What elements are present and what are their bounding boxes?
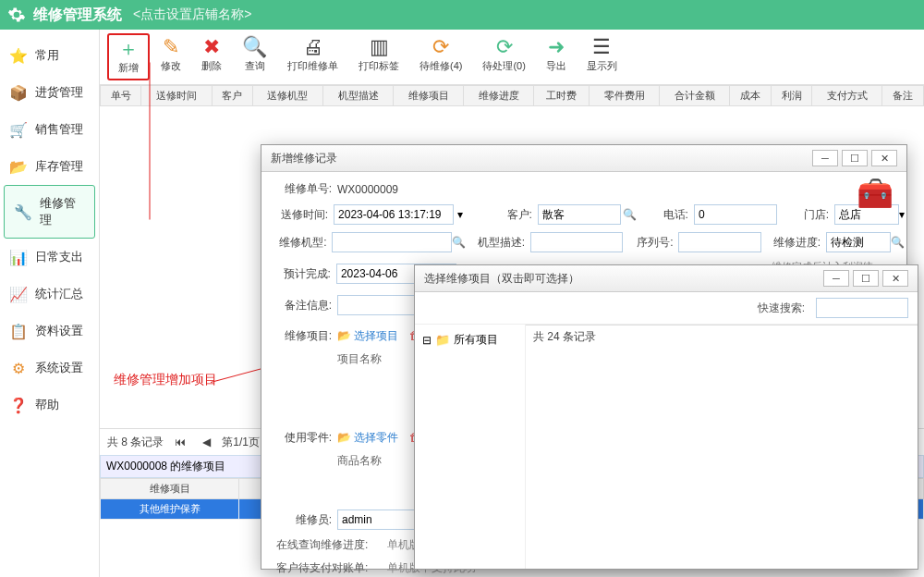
folder-icon: 📁 xyxy=(435,333,450,347)
toolbar-打印维修单[interactable]: 🖨打印维修单 xyxy=(278,33,347,80)
sidebar-icon: 🔧 xyxy=(14,203,32,221)
sidebar-icon: 📋 xyxy=(9,322,28,340)
dialog2-title-bar[interactable]: 选择维修项目（双击即可选择） ─ ☐ ✕ xyxy=(415,265,918,292)
record-count: 共 8 条记录 xyxy=(107,435,164,450)
sidebar-item-资料设置[interactable]: 📋资料设置 xyxy=(0,313,99,350)
toolbar-icon: ＋ xyxy=(118,39,139,59)
sidebar-item-常用[interactable]: ⭐常用 xyxy=(0,37,99,74)
search-icon[interactable]: 🔍 xyxy=(891,236,905,249)
toolbar-icon: ⟳ xyxy=(496,37,513,57)
sidebar: ⭐常用📦进货管理🛒销售管理📂库存管理🔧维修管理📊日常支出📈统计汇总📋资料设置⚙系… xyxy=(0,30,100,577)
sidebar-item-日常支出[interactable]: 📊日常支出 xyxy=(0,239,99,276)
toolbar-icon: ➜ xyxy=(548,37,565,57)
annotation-arrow xyxy=(150,63,151,220)
phone-input[interactable] xyxy=(694,204,777,225)
records-table[interactable]: 单号送修时间客户送修机型机型描述维修项目维修进度工时费零件费用合计金额成本利润支… xyxy=(100,85,924,106)
select-project-link[interactable]: 📂 选择项目 xyxy=(337,328,398,344)
dialog-title-bar[interactable]: 新增维修记录 ─ ☐ ✕ xyxy=(261,145,906,172)
sidebar-icon: 📈 xyxy=(9,285,28,303)
toolbar-待维修(4)[interactable]: ⟳待维修(4) xyxy=(410,33,471,80)
toolbar-icon: ☰ xyxy=(592,37,611,57)
minus-icon[interactable]: ⊟ xyxy=(422,334,432,347)
sidebar-icon: 📊 xyxy=(9,248,28,266)
maximize-button[interactable]: ☐ xyxy=(853,270,879,287)
toolbar-新增[interactable]: ＋新增 xyxy=(107,33,150,80)
app-title: 维修管理系统 xyxy=(33,6,122,25)
page-prev[interactable]: ◀ xyxy=(197,433,216,451)
customer-input[interactable] xyxy=(538,204,621,225)
sidebar-item-帮助[interactable]: ❓帮助 xyxy=(0,387,99,424)
page-indicator: 第1/1页 xyxy=(222,435,260,450)
quick-search-input[interactable] xyxy=(816,298,908,318)
toolbar-待处理(0)[interactable]: ⟳待处理(0) xyxy=(473,33,534,80)
dialog-select-project: 选择维修项目（双击即可选择） ─ ☐ ✕ 快速搜索: ⊟📁所有项目 共 24 条… xyxy=(414,264,918,570)
toolbar-icon: ✖ xyxy=(203,37,220,57)
repair-no: WX0000009 xyxy=(337,183,398,196)
minimize-button[interactable]: ─ xyxy=(823,270,849,287)
sidebar-item-销售管理[interactable]: 🛒销售管理 xyxy=(0,111,99,148)
desc-input[interactable] xyxy=(530,232,623,252)
sidebar-item-进货管理[interactable]: 📦进货管理 xyxy=(0,74,99,111)
dialog-title: 新增维修记录 xyxy=(271,151,337,166)
chevron-down-icon[interactable]: ▾ xyxy=(899,208,905,221)
annotation-text: 维修管理增加项目 xyxy=(114,372,217,388)
sidebar-item-系统设置[interactable]: ⚙系统设置 xyxy=(0,350,99,387)
category-tree[interactable]: ⊟📁所有项目 xyxy=(415,325,526,569)
sidebar-icon: ❓ xyxy=(9,396,28,414)
dialog2-toolbar: 快速搜索: xyxy=(415,292,918,325)
dialog2-count: 共 24 条记录 xyxy=(533,329,596,345)
search-icon[interactable]: 🔍 xyxy=(623,208,637,221)
app-header: 维修管理系统 <点击设置店铺名称> xyxy=(0,0,924,30)
toolbar-icon: ✎ xyxy=(163,37,179,57)
toolbar-删除[interactable]: ✖删除 xyxy=(192,33,231,80)
main-toolbar: ＋新增✎修改✖删除🔍查询🖨打印维修单▥打印标签⟳待维修(4)⟳待处理(0)➜导出… xyxy=(100,30,924,85)
sidebar-item-库存管理[interactable]: 📂库存管理 xyxy=(0,148,99,185)
sidebar-icon: 🛒 xyxy=(9,120,28,139)
toolbar-icon: 🔍 xyxy=(242,37,267,57)
serial-input[interactable] xyxy=(678,232,761,252)
toolbar-icon: ▥ xyxy=(370,37,389,57)
search-icon[interactable]: 🔍 xyxy=(452,236,466,249)
sidebar-icon: ⚙ xyxy=(9,359,28,377)
maximize-button[interactable]: ☐ xyxy=(842,150,868,166)
sidebar-icon: 📂 xyxy=(9,157,28,176)
page-first[interactable]: ⏮ xyxy=(169,433,191,451)
shop-name-hint[interactable]: <点击设置店铺名称> xyxy=(133,6,251,23)
close-button[interactable]: ✕ xyxy=(882,270,908,287)
toolbar-查询[interactable]: 🔍查询 xyxy=(233,33,276,80)
toolbar-修改[interactable]: ✎修改 xyxy=(152,33,190,80)
toolbar-导出[interactable]: ➜导出 xyxy=(537,33,576,80)
model-input[interactable] xyxy=(332,232,452,252)
toolbar-打印标签[interactable]: ▥打印标签 xyxy=(349,33,408,80)
toolbox-icon: 🧰 xyxy=(857,176,894,211)
close-button[interactable]: ✕ xyxy=(871,150,897,166)
sidebar-item-维修管理[interactable]: 🔧维修管理 xyxy=(4,185,95,239)
minimize-button[interactable]: ─ xyxy=(812,150,838,166)
progress-input[interactable] xyxy=(826,232,891,252)
time-input[interactable] xyxy=(334,204,454,225)
toolbar-icon: ⟳ xyxy=(432,37,449,57)
toolbar-icon: 🖨 xyxy=(303,37,323,57)
dialog2-title: 选择维修项目（双击即可选择） xyxy=(424,271,579,287)
sidebar-icon: 📦 xyxy=(9,83,28,102)
gear-icon xyxy=(7,6,26,24)
sidebar-icon: ⭐ xyxy=(9,46,28,65)
toolbar-显示列[interactable]: ☰显示列 xyxy=(578,33,626,80)
select-parts-link[interactable]: 📂 选择零件 xyxy=(337,430,398,446)
sidebar-item-统计汇总[interactable]: 📈统计汇总 xyxy=(0,276,99,313)
